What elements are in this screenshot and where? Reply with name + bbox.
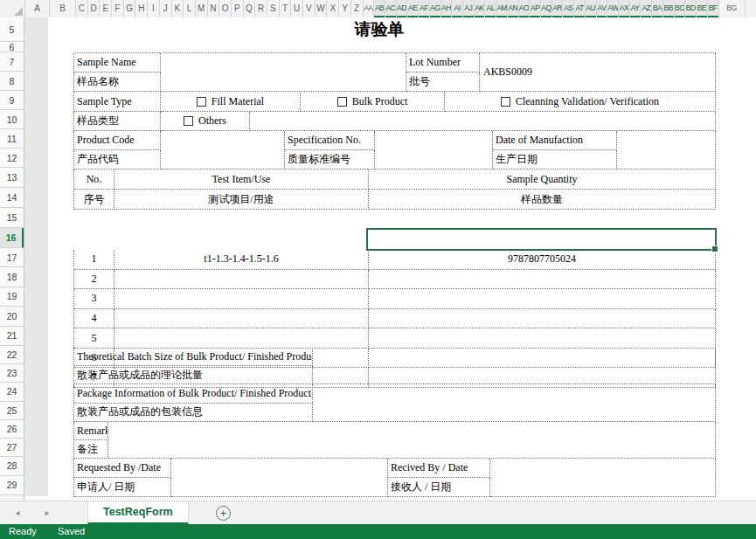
lot-number-label-en[interactable]: Lot Number [406, 53, 480, 73]
column-header-BC[interactable]: BC [675, 0, 686, 17]
lot-number-label-zh[interactable]: 批号 [406, 73, 480, 92]
row-header-5[interactable]: 5 [0, 17, 24, 42]
row-header-10[interactable]: 10 [0, 110, 24, 129]
bulk-product-checkbox-icon[interactable] [337, 97, 347, 107]
specification-no-label-zh[interactable]: 质量标准编号 [285, 150, 375, 169]
column-header-J[interactable]: J [160, 0, 172, 17]
test-row-4-qty[interactable] [369, 309, 716, 329]
column-header-AE[interactable]: AE [407, 0, 419, 17]
column-header-U[interactable]: U [291, 0, 303, 17]
column-header-AH[interactable]: AH [441, 0, 453, 17]
others-checkbox-icon[interactable] [184, 116, 193, 126]
row-header-23[interactable]: 23 [0, 364, 24, 383]
sample-type-label-zh[interactable]: 样品类型 [74, 112, 161, 131]
test-row-2-qty[interactable] [369, 270, 716, 290]
row-header-19[interactable]: 19 [0, 287, 24, 307]
package-info-label-en[interactable]: Package Information of Bulk Product/ Fin… [74, 384, 313, 404]
column-header-X[interactable]: X [327, 0, 339, 17]
row-header-13[interactable]: 13 [0, 168, 24, 188]
specification-no-label-en[interactable]: Specification No. [285, 131, 375, 150]
sample-type-label-en[interactable]: Sample Type [74, 92, 161, 112]
select-all-button[interactable] [0, 0, 25, 17]
remarks-label-en[interactable]: Remarks [74, 422, 108, 440]
requested-by-label-en[interactable]: Requested By /Date [74, 459, 171, 478]
test-table-header-no-zh[interactable]: 序号 [74, 190, 114, 210]
option-fill-material[interactable]: Fill Material [161, 92, 301, 112]
column-header-AW[interactable]: AW [607, 0, 619, 17]
cleaning-validation-checkbox-icon[interactable] [501, 97, 510, 107]
row-header-24[interactable]: 24 [0, 383, 24, 401]
row-header-7[interactable]: 7 [0, 52, 24, 72]
column-header-AM[interactable]: AM [496, 0, 508, 17]
column-header-O[interactable]: O [219, 0, 232, 17]
column-header-AP[interactable]: AP [530, 0, 541, 17]
column-header-B[interactable]: B [50, 0, 76, 17]
row-header-9[interactable]: 9 [0, 91, 24, 110]
test-table-header-no-en[interactable]: No. [74, 169, 114, 190]
row-header-22[interactable]: 22 [0, 346, 24, 364]
option-cleaning-validation[interactable]: Cleanning Validation/ Verification [445, 92, 716, 112]
date-of-manufacture-label-en[interactable]: Date of Manufaction [493, 131, 617, 150]
package-info-label-zh[interactable]: 散装产品或成品的包装信息 [74, 404, 313, 423]
sheet-grid[interactable]: 请验单 Sample Name Lot Number AKBS0009 样品名称… [24, 17, 756, 501]
test-row-4-item[interactable] [114, 309, 369, 329]
column-header-AZ[interactable]: AZ [641, 0, 652, 17]
column-header-BE[interactable]: BE [697, 0, 708, 17]
add-sheet-button[interactable]: + [216, 506, 231, 521]
product-code-label-zh[interactable]: 产品代码 [74, 150, 161, 169]
column-header-BD[interactable]: BD [685, 0, 697, 17]
theoretical-batch-label-en[interactable]: Theoretical Batch Size of Bulk Product/ … [74, 348, 313, 366]
column-header-A[interactable]: A [25, 0, 50, 17]
column-header-AX[interactable]: AX [619, 0, 630, 17]
sample-name-label-zh[interactable]: 样品名称 [74, 73, 161, 92]
column-header-H[interactable]: H [135, 0, 148, 17]
test-row-1-no[interactable]: 1 [74, 250, 114, 270]
column-header-L[interactable]: L [184, 0, 196, 17]
remarks-value-cell[interactable] [108, 422, 716, 459]
next-sheet-arrow-icon[interactable]: ► [44, 501, 51, 525]
column-header-C[interactable]: C [76, 0, 88, 17]
test-row-1-qty[interactable]: 9787807705024 [369, 250, 716, 270]
product-code-label-en[interactable]: Product Code [74, 131, 161, 150]
column-header-AC[interactable]: AC [385, 0, 397, 17]
column-header-Y[interactable]: Y [339, 0, 351, 17]
column-header-AV[interactable]: AV [597, 0, 608, 17]
row-header-25[interactable]: 25 [0, 402, 24, 420]
test-row-3-qty[interactable] [369, 289, 716, 309]
sample-name-value-cell[interactable] [161, 53, 406, 92]
test-row-1-item[interactable]: t1-1.3-1.4-1.5-1.6 [114, 250, 369, 270]
option-others[interactable]: Others [161, 112, 250, 131]
test-row-2-item[interactable] [114, 270, 369, 290]
row-header-6[interactable]: 6 [0, 42, 24, 52]
column-header-AL[interactable]: AL [485, 0, 496, 17]
column-header-Z[interactable]: Z [351, 0, 364, 17]
column-header-AU[interactable]: AU [586, 0, 597, 17]
column-header-K[interactable]: K [172, 0, 184, 17]
test-table-header-qty-zh[interactable]: 样品数量 [369, 190, 716, 210]
row-header-14[interactable]: 14 [0, 188, 24, 208]
column-header-G[interactable]: G [124, 0, 136, 17]
sample-name-label-en[interactable]: Sample Name [74, 53, 161, 73]
others-value-cell[interactable] [250, 112, 716, 131]
column-header-BA[interactable]: BA [652, 0, 663, 17]
test-row-2-no[interactable]: 2 [74, 270, 114, 290]
column-header-AD[interactable]: AD [397, 0, 408, 17]
column-header-AY[interactable]: AY [630, 0, 642, 17]
column-header-AA[interactable]: AA [364, 0, 375, 17]
column-header-BF[interactable]: BF [708, 0, 719, 17]
test-row-3-no[interactable]: 3 [74, 289, 114, 309]
fill-handle[interactable] [711, 245, 718, 252]
column-header-AG[interactable]: AG [430, 0, 441, 17]
test-row-3-item[interactable] [114, 289, 369, 309]
test-table-header-item-zh[interactable]: 测试项目/用途 [114, 190, 369, 210]
requested-by-label-zh[interactable]: 申请人/ 日期 [74, 478, 171, 497]
test-row-4-no[interactable]: 4 [74, 309, 114, 329]
column-header-BG[interactable]: BG [719, 0, 746, 17]
row-header-16[interactable]: 16 [0, 228, 24, 248]
column-header-AQ[interactable]: AQ [541, 0, 552, 17]
column-header-R[interactable]: R [255, 0, 267, 17]
row-header-21[interactable]: 21 [0, 327, 24, 346]
received-by-value-cell[interactable] [490, 459, 716, 497]
column-header-AI[interactable]: AI [452, 0, 463, 17]
column-header-W[interactable]: W [316, 0, 328, 17]
